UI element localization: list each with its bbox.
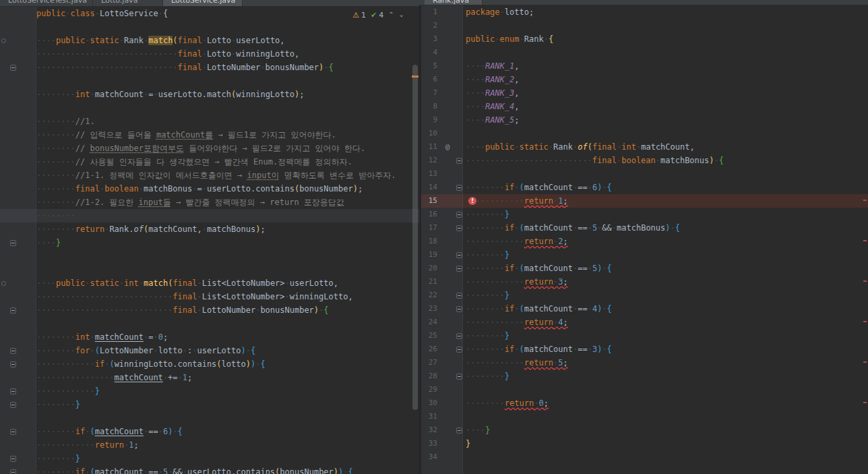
code-line[interactable]: ········//1-1. 정팩메 인자값이 메서드호출이면 → input이…	[0, 169, 419, 182]
fold-icon[interactable]	[10, 240, 16, 246]
code-line[interactable]: 15············return·1;!	[421, 194, 868, 208]
code-line[interactable]: 32····}	[421, 423, 868, 437]
line-number[interactable]: 13	[421, 167, 441, 181]
code-line[interactable]: ············if·(winningLotto.contains(lo…	[0, 357, 419, 371]
line-number[interactable]: 29	[421, 383, 441, 396]
fold-icon[interactable]	[10, 361, 16, 367]
code-line[interactable]: 7····RANK_3,	[421, 86, 868, 100]
code-line[interactable]	[0, 263, 419, 276]
fold-icon[interactable]	[456, 306, 462, 312]
code-line[interactable]: ·····························final·Lotto…	[0, 47, 419, 61]
line-number[interactable]: 31	[421, 410, 441, 423]
fold-icon[interactable]	[456, 266, 462, 272]
code-line[interactable]	[0, 249, 419, 263]
code-line[interactable]: ····························final·LottoN…	[0, 303, 419, 317]
line-number[interactable]: 10	[421, 127, 441, 140]
code-line[interactable]: 34	[421, 450, 868, 464]
code-line[interactable]: ········}	[0, 398, 419, 411]
line-number[interactable]: 5	[421, 59, 441, 73]
line-number[interactable]: 33	[421, 437, 441, 450]
code-line[interactable]: ····public·static·int·match(final·List<L…	[0, 276, 419, 290]
line-number[interactable]: 17	[421, 221, 441, 235]
code-line[interactable]: 20········if·(matchCount·==·5)·{	[421, 262, 868, 275]
line-number[interactable]: 22	[421, 289, 441, 302]
fold-icon[interactable]	[456, 185, 462, 191]
code-line[interactable]: 26········if·(matchCount·==·3)·{	[421, 343, 868, 356]
fold-icon[interactable]	[10, 65, 16, 71]
code-line[interactable]: ········// 입력으로 들어올 matchCount를 → 필드1로 가…	[0, 128, 419, 142]
next-issue-button[interactable]: ⌄	[399, 11, 404, 18]
code-line[interactable]: 27············return·5;	[421, 356, 868, 369]
code-line[interactable]: 13	[421, 167, 868, 181]
code-line[interactable]: 22········}	[421, 289, 868, 302]
code-line[interactable]: 33}	[421, 437, 868, 450]
fold-icon[interactable]	[456, 333, 462, 339]
code-line[interactable]	[0, 74, 419, 88]
code-line[interactable]: 14········if·(matchCount·==·6)·{	[421, 181, 868, 194]
line-number[interactable]: 16	[421, 208, 441, 221]
code-line[interactable]: 28········}	[421, 369, 868, 383]
line-number[interactable]: 8	[421, 100, 441, 113]
code-line[interactable]: ········final·boolean·matchBonus·=·userL…	[0, 182, 419, 196]
code-line[interactable]: ····public·static·Rank·match(final·Lotto…	[0, 34, 419, 47]
code-line[interactable]: ········// 사용될 인자들을 다 생각했으면 → 빨간색 Enum.정…	[0, 155, 419, 169]
code-line[interactable]: ····························final·List<L…	[0, 290, 419, 303]
code-line[interactable]: ········	[0, 209, 419, 223]
line-number[interactable]: 1	[421, 5, 441, 19]
fold-icon[interactable]	[456, 225, 462, 231]
line-number[interactable]: 7	[421, 86, 441, 100]
line-number[interactable]: 20	[421, 262, 441, 275]
code-line[interactable]: ········return·Rank.of(matchCount,·match…	[0, 223, 419, 236]
line-number[interactable]: 3	[421, 32, 441, 46]
line-number[interactable]: 32	[421, 423, 441, 437]
passed-indicator[interactable]: ✔ 4	[371, 11, 383, 20]
line-number[interactable]: 15	[421, 194, 441, 208]
code-line[interactable]: 18············return·2;	[421, 235, 868, 248]
code-line[interactable]: 3public·enum·Rank·{	[421, 32, 868, 46]
fold-icon[interactable]	[456, 158, 462, 164]
code-line[interactable]: 24············return·4;	[421, 316, 868, 329]
line-number[interactable]: 26	[421, 343, 441, 356]
code-line[interactable]: 21············return·3;	[421, 275, 868, 289]
line-number[interactable]: 25	[421, 329, 441, 343]
line-number[interactable]: 18	[421, 235, 441, 248]
warnings-indicator[interactable]: ⚠ 1	[352, 11, 366, 20]
inspections-widget[interactable]: ⚠ 1 ✔ 4 ⌃ ⌄	[352, 9, 404, 21]
line-number[interactable]: 6	[421, 73, 441, 86]
code-line[interactable]: 16········}	[421, 208, 868, 221]
fold-icon[interactable]	[10, 429, 16, 435]
tab-file-2[interactable]: Lotto.java	[93, 0, 163, 6]
tab-file-1[interactable]: LottoServiceTest.java	[0, 0, 93, 6]
line-number[interactable]: 2	[421, 19, 441, 32]
code-line[interactable]: 25········}	[421, 329, 868, 343]
line-number[interactable]: 14	[421, 181, 441, 194]
code-line[interactable]: ········// bonusNumber포함여부도 들어와야한다 → 필드2…	[0, 142, 419, 155]
code-line[interactable]	[0, 317, 419, 330]
code-line[interactable]: 9····RANK_5;	[421, 113, 868, 127]
line-number[interactable]: 21	[421, 275, 441, 289]
code-line[interactable]: ·····························final·Lotto…	[0, 61, 419, 74]
code-line[interactable]: ········}	[0, 452, 419, 465]
code-line[interactable]	[0, 20, 419, 34]
code-line[interactable]: 5····RANK_1,	[421, 59, 868, 73]
tab-rank-java[interactable]: Rank.java	[425, 0, 483, 5]
code-line[interactable]: ········for·(LottoNumber·lotto·:·userLot…	[0, 344, 419, 357]
fold-icon[interactable]	[10, 307, 16, 314]
fold-icon[interactable]	[10, 388, 16, 394]
code-line[interactable]: ················matchCount·+=·1;	[0, 371, 419, 384]
code-line[interactable]: ········if·(matchCount·==·5·&&·userLotto…	[0, 465, 419, 474]
code-line[interactable]: ········//1-2. 필요한 input들 → 빨간줄 정팩매정의 → …	[0, 196, 419, 209]
code-line[interactable]: ············}	[0, 384, 419, 398]
line-number[interactable]: 9	[421, 113, 441, 127]
line-number[interactable]: 24	[421, 316, 441, 329]
code-line[interactable]: 8····RANK_4,	[421, 100, 868, 113]
line-number[interactable]: 27	[421, 356, 441, 369]
fold-icon[interactable]	[10, 348, 16, 354]
code-line[interactable]: 31	[421, 410, 868, 423]
code-line[interactable]: ········if·(matchCount·==·6)·{	[0, 425, 419, 438]
code-line[interactable]: 4	[421, 46, 868, 59]
tab-file-3[interactable]: LottoService.java	[163, 0, 243, 6]
line-number[interactable]: 12	[421, 154, 441, 167]
code-line[interactable]: 2	[421, 19, 868, 32]
code-line[interactable]: ····}	[0, 236, 419, 249]
